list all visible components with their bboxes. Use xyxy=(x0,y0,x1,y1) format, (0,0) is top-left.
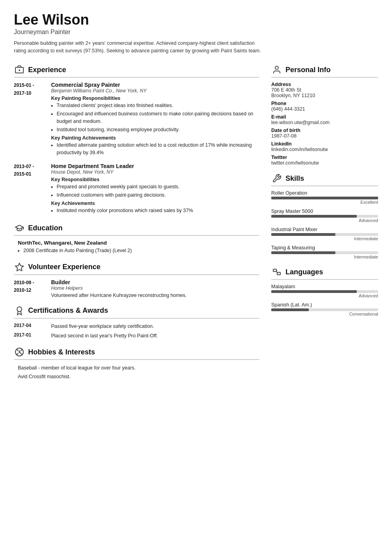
personal-info-icon xyxy=(271,64,282,75)
skills-title: Skills xyxy=(285,174,304,183)
education-title: Education xyxy=(28,224,63,232)
info-phone-label: Phone xyxy=(271,101,378,106)
job-ach-list-2: Instituted monthly color promotions whic… xyxy=(51,207,259,214)
skill-name-1: Roller Operation xyxy=(271,190,378,196)
job-resp-list-1: Translated clients' project ideas into f… xyxy=(51,102,259,133)
list-item: Instituted tool tutoring, increasing emp… xyxy=(57,126,259,134)
lang-name-1: Malayalam xyxy=(271,284,378,289)
personal-info-section: Personal Info Address 706 E 40th StBrook… xyxy=(271,64,378,166)
lang-bar-wrap-2 xyxy=(271,308,378,311)
cert-text-2: Placed second in last year's Pretty Pro … xyxy=(51,332,158,340)
info-dob-label: Date of birth xyxy=(271,128,378,133)
cert-entry-1: 2017-04 Passed five-year workplace safet… xyxy=(14,323,259,330)
lang-level-1: Advanced xyxy=(271,293,378,298)
education-icon xyxy=(14,222,25,233)
lang-bar-fill-1 xyxy=(271,290,357,293)
education-section: Education NorthTec, Whangarei, New Zeala… xyxy=(14,222,259,255)
volunteer-content-1: Builder Home Helpers Volunteered after H… xyxy=(51,279,259,298)
job-title-1: Commercial Spray Painter xyxy=(51,82,259,88)
skill-name-4: Taping & Measuring xyxy=(271,245,378,251)
personal-info-title: Personal Info xyxy=(285,66,331,74)
experience-title: Experience xyxy=(28,66,66,74)
list-item: Translated clients' project ideas into f… xyxy=(57,102,259,109)
svg-marker-3 xyxy=(15,263,23,271)
list-item: 2008 Certificate in Auto Painting (Trade… xyxy=(23,247,259,255)
candidate-summary: Personable building painter with 2+ year… xyxy=(14,40,263,55)
skill-name-3: Industrial Paint Mixer xyxy=(271,227,378,232)
education-entry-1: NorthTec, Whangarei, New Zealand 2008 Ce… xyxy=(18,240,259,255)
skill-paint-mixer: Industrial Paint Mixer Intermediate xyxy=(271,227,378,241)
experience-header: Experience xyxy=(14,64,259,78)
certifications-section: Certifications & Awards 2017-04 Passed f… xyxy=(14,305,259,340)
hobbies-title: Hobbies & Interests xyxy=(28,348,95,356)
skill-bar-fill-1 xyxy=(271,197,378,199)
volunteer-section: Volunteer Experience 2010-09 -2010-12 Bu… xyxy=(14,262,259,298)
job-entry-2: 2013-07 -2015-01 Home Department Team Le… xyxy=(14,163,259,215)
info-email-value: lee.wilson.utw@gmail.com xyxy=(271,120,378,125)
info-address-label: Address xyxy=(271,82,378,87)
skill-spray-master: Spray Master 5000 Advanced xyxy=(271,209,378,223)
cert-date-1: 2017-04 xyxy=(14,323,45,330)
cert-date-2: 2017-01 xyxy=(14,332,45,340)
info-address: Address 706 E 40th StBrooklyn, NY 11210 xyxy=(271,82,378,98)
job-company-1: Benjamin Williams Paint Co., New York, N… xyxy=(51,88,259,94)
info-dob-value: 1987-07-08 xyxy=(271,133,378,139)
info-phone: Phone (646) 444-3321 xyxy=(271,101,378,112)
job-ach-head-2: Key Achievements xyxy=(51,201,259,206)
candidate-title: Journeyman Painter xyxy=(14,29,378,36)
skill-level-3: Intermediate xyxy=(271,236,378,241)
cert-entry-2: 2017-01 Placed second in last year's Pre… xyxy=(14,332,259,340)
job-title-2: Home Department Team Leader xyxy=(51,163,259,169)
skill-taping-measuring: Taping & Measuring Intermediate xyxy=(271,245,378,259)
skill-level-1: Excellent xyxy=(271,200,378,205)
languages-section: Languages Malayalam Advanced Spanish (La… xyxy=(271,266,378,316)
lang-bar-fill-2 xyxy=(271,308,309,311)
resume-page: Lee Wilson Journeyman Painter Personable… xyxy=(0,0,392,400)
job-content-1: Commercial Spray Painter Benjamin Willia… xyxy=(51,82,259,157)
two-column-layout: Experience 2015-01 -2017-10 Commercial S… xyxy=(14,64,378,388)
certifications-header: Certifications & Awards xyxy=(14,305,259,319)
svg-rect-8 xyxy=(273,269,276,272)
info-linkedin-label: LinkedIn xyxy=(271,141,378,147)
list-item: Encouraged and influenced business custo… xyxy=(57,110,259,125)
edu-items: 2008 Certificate in Auto Painting (Trade… xyxy=(18,247,259,255)
hobbies-header: Hobbies & Interests xyxy=(14,346,259,360)
experience-icon xyxy=(14,64,25,75)
info-linkedin: LinkedIn linkedin.com/in/lwilsonutw xyxy=(271,141,378,152)
job-company-2: House Depot, New York, NY xyxy=(51,169,259,175)
job-ach-list-1: Identified alternate painting solution w… xyxy=(51,142,259,157)
volunteer-job-title: Builder xyxy=(51,279,259,285)
certifications-title: Certifications & Awards xyxy=(28,306,108,315)
svg-point-6 xyxy=(19,351,20,353)
info-linkedin-value: linkedin.com/in/lwilsonutw xyxy=(271,147,378,152)
languages-header: Languages xyxy=(271,266,378,280)
skill-bar-fill-2 xyxy=(271,215,357,218)
certifications-icon xyxy=(14,305,25,316)
experience-section: Experience 2015-01 -2017-10 Commercial S… xyxy=(14,64,259,215)
info-email-label: E-mail xyxy=(271,114,378,120)
job-resp-list-2: Prepared and promoted weekly paint speci… xyxy=(51,183,259,199)
skill-bar-wrap-3 xyxy=(271,233,378,236)
svg-point-4 xyxy=(17,307,22,312)
skill-level-2: Advanced xyxy=(271,218,378,223)
skill-name-2: Spray Master 5000 xyxy=(271,209,378,214)
cert-text-1: Passed five-year workplace safety certif… xyxy=(51,323,154,330)
job-date-1: 2015-01 -2017-10 xyxy=(14,82,45,157)
job-resp-head-2: Key Responsibilities xyxy=(51,177,259,182)
list-item: Prepared and promoted weekly paint speci… xyxy=(57,183,259,191)
hobbies-section: Hobbies & Interests Baseball - member of… xyxy=(14,346,259,381)
job-date-2: 2013-07 -2015-01 xyxy=(14,163,45,215)
skill-roller-operation: Roller Operation Excellent xyxy=(271,190,378,205)
info-phone-value: (646) 444-3321 xyxy=(271,106,378,112)
volunteer-icon xyxy=(14,262,25,273)
header-section: Lee Wilson Journeyman Painter Personable… xyxy=(14,12,378,55)
volunteer-org: Home Helpers xyxy=(51,285,259,291)
right-column: Personal Info Address 706 E 40th StBrook… xyxy=(271,64,378,388)
list-item: Influenced customers with paint-pairing … xyxy=(57,191,259,199)
skill-bar-wrap-1 xyxy=(271,197,378,199)
info-twitter-label: Twitter xyxy=(271,155,378,160)
lang-level-2: Conversational xyxy=(271,312,378,316)
list-item: Identified alternate painting solution w… xyxy=(57,142,259,157)
volunteer-date-1: 2010-09 -2010-12 xyxy=(14,279,45,298)
hobby-item-1: Baseball - member of local league for ov… xyxy=(18,364,259,372)
